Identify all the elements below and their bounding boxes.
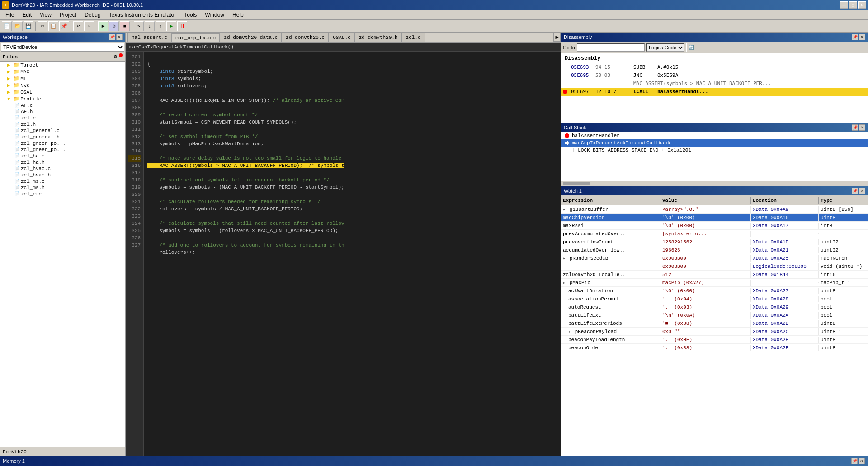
- tree-item-zcl-h[interactable]: 📄 zcl.h: [0, 121, 125, 128]
- step-into-button[interactable]: ↓: [145, 21, 155, 31]
- watch-row-accumoverflow[interactable]: accumulatedOverflow... 196626 XData:0x0A…: [561, 246, 868, 254]
- tab-osal[interactable]: OSAL.c: [329, 33, 355, 42]
- menu-item-file[interactable]: File: [2, 11, 18, 19]
- tab-zd-data[interactable]: zd_domvth20_data.c: [220, 33, 282, 42]
- tree-item-mac[interactable]: ▶ 📁 MAC: [0, 68, 125, 75]
- break-button[interactable]: ⏸: [177, 21, 187, 31]
- watch-row-battlifeext[interactable]: battLifeExt '\n' (0x0A) XData:0x0A2A boo…: [561, 311, 868, 319]
- cut-button[interactable]: ✂: [38, 21, 47, 31]
- tab-scroll-arrow[interactable]: ▶: [553, 33, 561, 42]
- disasm-row-05e693[interactable]: 05E693 94 15 SUBB A,#0x15: [561, 63, 868, 71]
- step-over-button[interactable]: ↷: [134, 21, 144, 31]
- memory-pin-button[interactable]: 📌: [851, 458, 858, 464]
- watch-row-prevaccum[interactable]: prevAccumulatedOver... [syntax erro...: [561, 230, 868, 238]
- tree-item-zcl-hvac-h[interactable]: 📄 zcl_hvac.h: [0, 172, 125, 178]
- tree-item-zcl-general-c[interactable]: 📄 zcl_general.c: [0, 128, 125, 134]
- watch-row-prandomseed-sub[interactable]: 0x008B00 LogicalCode:0x8B00 void (uint8 …: [561, 262, 868, 271]
- new-button[interactable]: 📄: [2, 21, 12, 31]
- callstack-row-halassert[interactable]: halAssertHandler: [561, 132, 868, 139]
- tab-zcl[interactable]: zcl.c: [402, 33, 425, 42]
- debug-button[interactable]: ⚙: [109, 21, 119, 31]
- watch-row-zcl-local-te[interactable]: zclDomVth20_LocalTe... 512 XData:0x1844 …: [561, 271, 868, 279]
- watch-row-macchipversion[interactable]: macChipVersion '\0' (0x00) XData:0x0A16 …: [561, 214, 868, 222]
- tab-zd-domvth20-h[interactable]: zd_domvth20.h: [355, 33, 402, 42]
- watch-row-ackwait[interactable]: ackWaitDuration '\0' (0x00) XData:0x0A27…: [561, 287, 868, 295]
- disasm-goto-input[interactable]: [577, 43, 645, 52]
- close-button[interactable]: ✕: [858, 1, 866, 9]
- tree-item-zcl-green-2[interactable]: 📄 zcl_green_po...: [0, 147, 125, 153]
- memory-close-button[interactable]: ✕: [859, 458, 865, 464]
- watch-row-prevoverflow[interactable]: prevoverflowCount 1258291562 XData:0x0A1…: [561, 238, 868, 246]
- tree-item-zcl-c[interactable]: 📄 zcl.c: [0, 115, 125, 121]
- maximize-button[interactable]: □: [849, 1, 857, 9]
- run-button[interactable]: ▶: [166, 21, 176, 31]
- callstack-row-lock[interactable]: [_LOCK_BITS_ADDRESS_SPACE_END + 0x1a1201…: [561, 147, 868, 154]
- tree-item-nwk[interactable]: ▶ 📁 NWK: [0, 82, 125, 89]
- watch-row-prandomseed[interactable]: ▸ pRandomSeedCB 0x008B00 XData:0x0A25 ma…: [561, 254, 868, 262]
- workspace-close-button[interactable]: ✕: [116, 34, 123, 40]
- callstack-scroll-thumb[interactable]: [563, 182, 590, 185]
- tree-item-zcl-ms-h[interactable]: 📄 zcl_ms.h: [0, 185, 125, 191]
- callstack-close-button[interactable]: ✕: [859, 124, 865, 131]
- code-editor[interactable]: { uint8 startSymbol; uint8 symbols; uint…: [144, 52, 561, 456]
- tab-hal-assert[interactable]: hal_assert.c: [127, 33, 171, 42]
- stop-button[interactable]: ■: [120, 21, 130, 31]
- save-button[interactable]: 💾: [24, 21, 33, 31]
- tree-item-profile[interactable]: ▼ 📁 Profile: [0, 95, 125, 102]
- callstack-pin-button[interactable]: 📌: [852, 124, 858, 131]
- watch-row-pbeaconpayload[interactable]: ▸ pBeaconPayload 0x0 "" XData:0x0A2C uin…: [561, 328, 868, 336]
- disasm-row-05e695[interactable]: 05E695 50 03 JNC 0x5E69A: [561, 71, 868, 80]
- menu-item-texas-instruments-emulator[interactable]: Texas Instruments Emulator: [105, 11, 180, 19]
- disasm-pin-button[interactable]: 📌: [852, 34, 858, 40]
- open-button[interactable]: 📂: [13, 21, 23, 31]
- watch-row-pmacpib[interactable]: ▸ pMacPib macPib (0xA27) macPib_t *: [561, 279, 868, 287]
- menu-item-debug[interactable]: Debug: [81, 11, 104, 19]
- tree-item-zcl-ms-c[interactable]: 📄 zcl_ms.c: [0, 178, 125, 185]
- tree-item-zcl-ha-h[interactable]: 📄 zcl_ha.h: [0, 159, 125, 166]
- tree-item-zcl-green-1[interactable]: 📄 zcl_green_po...: [0, 140, 125, 147]
- tree-item-zcl-general-h[interactable]: 📄 zcl_general.h: [0, 134, 125, 140]
- tree-item-zcl-etc[interactable]: 📄 zcl_etc...: [0, 191, 125, 197]
- menu-item-project[interactable]: Project: [56, 11, 80, 19]
- callstack-row-maccsp[interactable]: macCspTxRequestAckTimeoutCallback: [561, 139, 868, 147]
- watch-row-beaconpayloadlen[interactable]: beaconPayloadLength '.' (0x0F) XData:0x0…: [561, 336, 868, 344]
- minimize-button[interactable]: ─: [840, 1, 848, 9]
- disasm-refresh-button[interactable]: 🔄: [686, 43, 696, 52]
- tree-item-af-h[interactable]: 📄 AF.h: [0, 109, 125, 115]
- tab-zd-domvth20[interactable]: zd_domvth20.c: [282, 33, 329, 42]
- device-select[interactable]: TRVEndDevice: [1, 43, 124, 52]
- workspace-dropdown[interactable]: TRVEndDevice: [0, 42, 125, 52]
- disasm-row-05e697[interactable]: 05E697 12 10 71 LCALL halAssertHandl...: [561, 88, 868, 96]
- files-settings-icon[interactable]: ⚙: [114, 53, 117, 60]
- watch-pin-button[interactable]: 📌: [852, 188, 858, 194]
- tree-item-zcl-hvac-c[interactable]: 📄 zcl_hvac.c: [0, 166, 125, 172]
- redo-button[interactable]: ↪: [84, 21, 94, 31]
- disassembly-content[interactable]: Disassembly 05E693 94 15 SUBB A,#0x15 05…: [561, 53, 868, 123]
- editor-content[interactable]: 301 302 303 304 305 306 307 308 309 310 …: [126, 52, 561, 456]
- step-out-button[interactable]: ↑: [156, 21, 165, 31]
- watch-row-beaconorder[interactable]: beaconOrder '.' (0xB8) XData:0x0A2F uint…: [561, 344, 868, 352]
- callstack-content[interactable]: halAssertHandler macCspTxRequestAckTimeo…: [561, 132, 868, 181]
- tree-item-af-c[interactable]: 📄 AF.c: [0, 102, 125, 109]
- tree-item-osal[interactable]: ▶ 📁 OSAL: [0, 89, 125, 95]
- menu-item-view[interactable]: View: [36, 11, 55, 19]
- menu-item-tools[interactable]: Tools: [180, 11, 200, 19]
- disasm-view-select[interactable]: LogicalCode: [646, 43, 684, 52]
- tree-item-mt[interactable]: ▶ 📁 MT: [0, 75, 125, 82]
- watch-content[interactable]: ▸ g13UartBuffer <array>".Ö." XData:0x04A…: [561, 205, 868, 456]
- callstack-scrollbar[interactable]: [561, 181, 868, 186]
- build-button[interactable]: ▶: [98, 21, 108, 31]
- paste-button[interactable]: 📌: [59, 21, 69, 31]
- watch-row-g13uart[interactable]: ▸ g13UartBuffer <array>".Ö." XData:0x04A…: [561, 205, 868, 214]
- undo-button[interactable]: ↩: [73, 21, 83, 31]
- watch-row-assocpermit[interactable]: associationPermit '.' (0x04) XData:0x0A2…: [561, 295, 868, 303]
- disasm-close-button[interactable]: ✕: [859, 34, 865, 40]
- menu-item-edit[interactable]: Edit: [19, 11, 35, 19]
- tree-item-target[interactable]: ▶ 📁 Target: [0, 62, 125, 68]
- watch-row-autorequest[interactable]: autoRequest '.' (0x03) XData:0x0A29 bool: [561, 303, 868, 311]
- tab-close-icon[interactable]: ✕: [213, 35, 216, 41]
- workspace-pin-button[interactable]: 📌: [109, 34, 115, 40]
- watch-close-button[interactable]: ✕: [859, 188, 865, 194]
- menu-item-help[interactable]: Help: [229, 11, 247, 19]
- watch-row-maxrssi[interactable]: maxRssi '\0' (0x00) XData:0x0A17 int8: [561, 222, 868, 230]
